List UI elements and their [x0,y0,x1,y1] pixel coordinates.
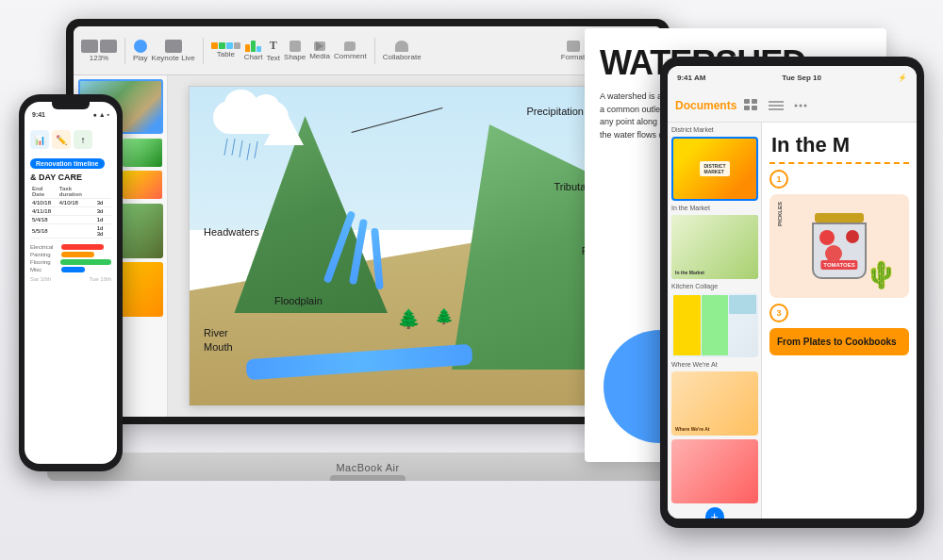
floodplain-label: Floodplain [274,295,323,306]
pickles-label: PICKLES [777,202,783,226]
ipad-toolbar: Documents [668,89,917,123]
iphone-notch [52,102,90,109]
toolbar-sep-2 [203,38,204,64]
svg-point-8 [800,104,802,107]
media-label: Media [309,52,330,60]
iphone-bar-flooring [60,259,111,265]
toolbar-collaborate-section[interactable]: Collaborate [383,41,422,61]
iphone-bar-painting [61,252,94,257]
headwaters-label: Headwaters [204,226,259,238]
macbook-notch [330,475,405,481]
keynote-live-label: Keynote Live [152,54,195,62]
ipad-time: 9:41 AM [677,74,705,82]
precipitation-label: Precipitation [526,106,584,117]
ipad-thumb-1[interactable]: DISTRICTMARKET [671,137,758,201]
format-label: Format [561,53,585,61]
iphone-table-row-4: 5/5/18 1d 3d [30,224,111,239]
keynote-live-icon [165,40,182,53]
ipad-section-3-num: 3 [769,304,788,322]
ipad-thumb-5[interactable] [671,439,758,503]
iphone-table-header-3 [95,185,111,199]
toolbar-table-section[interactable]: Table [211,42,240,58]
ipad-dashed-line-1 [769,162,909,164]
macbook-toolbar: 123% Play Keynote Live [74,26,662,75]
svg-rect-2 [744,106,750,110]
ipad-battery: ⚡ [898,74,907,82]
ipad-jar-area: TOMATOES 🌵 PICKLES [769,194,909,298]
toolbar-comment-section[interactable]: Comment [334,41,367,60]
ipad-main-page: In the M 1 TOMATOES [762,123,917,519]
sidebar-icon [100,40,117,53]
iphone-table-row-2: 4/11/18 3d [30,207,111,216]
ipad-thumb-2[interactable]: In the Market [671,215,758,279]
toolbar-media-section[interactable]: Media [309,41,330,60]
iphone-chart-icon-btn[interactable]: 📊 [30,130,49,149]
macbook-label: MacBook Air [336,462,399,473]
ipad-add-thumb-area: + [671,507,757,519]
ipad-thumbnail-list: District Market DISTRICTMARKET In the Ma… [668,123,762,519]
slide-thumb-3b[interactable] [123,171,163,199]
iphone-table-row-1: 4/10/18 4/10/18 3d [30,199,111,207]
text-label: Text [266,54,280,62]
ipad-section-1-num: 1 [769,170,788,189]
mac-slide-canvas[interactable]: 🌲 🌲 🌲 Precipitation Tributaries Headwate… [189,86,641,406]
ipad-screen: 9:41 AM Tue Sep 10 ⚡ Documents [668,66,917,519]
iphone-time: 9:41 [32,111,45,118]
comment-label: Comment [334,52,367,60]
ipad-content: District Market DISTRICTMARKET In the Ma… [668,123,917,519]
iphone-table: End Date Task duration 4/10/18 4/10/18 3… [30,185,111,239]
iphone-share-icon-btn[interactable]: ↑ [74,130,92,149]
thumb-label-2: In the Market [671,205,757,211]
iphone-status-icons: ● ▲ ▪ [92,111,109,118]
table-label: Table [217,50,235,58]
iphone-table-header-2: Task duration [58,185,95,199]
slide-thumb-2b[interactable] [123,139,163,167]
iphone-section-title: & DAY CARE [30,173,111,182]
toolbar-chart-section[interactable]: Chart [244,41,263,61]
thumb-label-1: District Market [671,126,757,133]
iphone-bar-electrical [61,244,104,250]
iphone-screen: 9:41 ● ▲ ▪ 📊 ✏️ ↑ Renovation timeline & … [25,102,117,464]
river-mouth-label: RiverMouth [204,326,233,354]
iphone-edit-icon-btn[interactable]: ✏️ [52,130,71,149]
ipad-page-title: In the M [762,123,917,160]
toolbar-format-section[interactable]: Format [561,41,585,61]
toolbar-shape-section[interactable]: Shape [284,41,306,61]
ipad-more-icon[interactable] [791,98,810,113]
ipad-list-icon[interactable] [767,98,786,113]
shape-label: Shape [284,53,306,61]
iphone-bar-row-electrical: Electrical [30,244,111,250]
view-label: 123% [90,54,108,62]
ipad-thumb-3[interactable] [671,293,758,357]
ipad: 9:41 AM Tue Sep 10 ⚡ Documents [660,57,924,528]
iphone-bar-row-misc: Misc [30,267,111,272]
macbook-screen-outer: 123% Play Keynote Live [66,19,670,424]
ipad-bottom-text-content: From Plates to Cookbooks [777,336,902,348]
iphone-table-header-1: End Date [30,185,58,199]
iphone-bar-row-painting: Painting [30,252,111,257]
play-icon[interactable] [134,40,147,53]
iphone-table-row-3: 5/4/18 1d [30,216,111,224]
svg-point-7 [795,104,798,107]
iphone-bars: Electrical Painting Flooring Misc [30,244,111,272]
iphone-date-row: Sat 10th Tue 10th [30,276,111,282]
ipad-add-button[interactable]: + [705,507,724,519]
toolbar-play-section[interactable]: Play [133,40,148,62]
iphone-date-start: Sat 10th [30,276,51,282]
chart-label: Chart [244,53,263,61]
ipad-thumb-4[interactable]: Where We're At [671,371,758,436]
ipad-bottom-section: From Plates to Cookbooks [769,328,909,355]
macbook-content: Wildlife [74,75,662,417]
iphone: 9:41 ● ▲ ▪ 📊 ✏️ ↑ Renovation timeline & … [19,94,123,471]
toolbar-keynote-section[interactable]: Keynote Live [152,40,195,62]
ipad-documents-label[interactable]: Documents [675,99,736,112]
thumb-label-4: Where We're At [671,361,757,368]
toolbar-text-section[interactable]: T Text [266,39,280,62]
play-label: Play [133,54,148,62]
renovation-pill[interactable]: Renovation timeline [30,158,105,169]
iphone-app-content: 📊 ✏️ ↑ Renovation timeline & DAY CARE En… [25,123,117,286]
svg-rect-1 [752,99,757,104]
ipad-status-bar: 9:41 AM Tue Sep 10 ⚡ [668,66,917,89]
cactus-illustration: 🌵 [865,259,898,290]
ipad-grid-icon[interactable] [742,98,761,113]
